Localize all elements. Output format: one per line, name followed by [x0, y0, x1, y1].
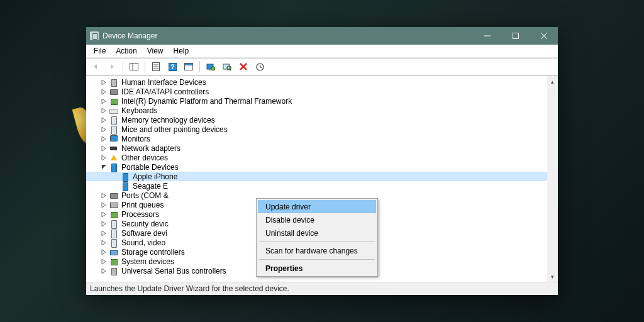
expand-icon[interactable] [100, 88, 108, 96]
device-label: Memory technology devices [121, 116, 215, 125]
titlebar[interactable]: Device Manager [86, 27, 558, 45]
device-label: Software devi [121, 229, 167, 238]
ctx-properties[interactable]: Properties [258, 262, 376, 275]
device-icon [109, 78, 119, 87]
device-label: Print queues [121, 201, 164, 209]
svg-rect-17 [223, 64, 230, 69]
device-icon [109, 210, 119, 219]
scroll-down-icon[interactable]: ▾ [547, 271, 558, 282]
device-icon [109, 257, 119, 266]
device-label: Intel(R) Dynamic Platform and Thermal Fr… [121, 97, 292, 106]
expand-icon[interactable] [100, 248, 108, 256]
minimize-button[interactable] [473, 27, 501, 45]
expand-icon[interactable] [100, 230, 108, 237]
action-button[interactable] [182, 60, 196, 74]
menu-action[interactable]: Action [111, 45, 142, 57]
device-icon [109, 229, 119, 238]
expand-icon[interactable] [111, 182, 119, 190]
scrollbar[interactable]: ▴ ▾ [547, 76, 558, 282]
device-icon [109, 248, 119, 257]
toolbar: ? [86, 58, 558, 75]
expand-icon[interactable] [100, 201, 108, 209]
device-icon [109, 135, 119, 143]
device-category[interactable]: IDE ATA/ATAPI controllers [86, 87, 558, 96]
device-label: IDE ATA/ATAPI controllers [121, 87, 209, 96]
status-bar: Launches the Update Driver Wizard for th… [86, 282, 558, 295]
ctx-separator [259, 242, 375, 242]
expand-icon[interactable] [100, 79, 108, 86]
device-category[interactable]: Intel(R) Dynamic Platform and Thermal Fr… [86, 96, 558, 106]
disable-button[interactable] [253, 60, 267, 74]
device-category[interactable]: Portable Devices [86, 162, 558, 172]
svg-text:?: ? [170, 64, 174, 70]
device-label: Storage controllers [121, 248, 185, 257]
uninstall-button[interactable] [236, 60, 250, 74]
device-icon [120, 182, 130, 191]
menu-file[interactable]: File [89, 45, 111, 57]
expand-icon[interactable] [100, 126, 108, 133]
expand-icon[interactable] [100, 107, 108, 114]
window-title: Device Manager [103, 31, 157, 40]
device-label: Sound, video [121, 238, 165, 247]
expand-icon[interactable] [100, 192, 108, 199]
expand-icon[interactable] [100, 220, 108, 228]
device-icon [109, 144, 119, 153]
device-label: Other devices [121, 153, 168, 162]
expand-icon[interactable] [111, 173, 119, 180]
device-icon [109, 201, 119, 209]
toolbar-separator [199, 61, 200, 72]
ctx-update-driver[interactable]: Update driver [258, 200, 376, 213]
device-icon [109, 87, 119, 96]
expand-icon[interactable] [100, 258, 108, 265]
help-button[interactable]: ? [165, 60, 179, 74]
menu-help[interactable]: Help [169, 45, 194, 57]
svg-rect-13 [185, 64, 193, 65]
device-icon [109, 238, 119, 247]
ctx-uninstall-device[interactable]: Uninstall device [258, 226, 376, 240]
device-category[interactable]: Other devices [86, 153, 558, 162]
ctx-scan-hardware[interactable]: Scan for hardware changes [258, 244, 376, 257]
device-label: Network adapters [121, 144, 180, 153]
device-label: Keyboards [121, 106, 157, 115]
device-icon [109, 97, 119, 106]
expand-icon[interactable] [100, 154, 108, 162]
expand-icon[interactable] [100, 97, 108, 105]
device-category[interactable]: Monitors [86, 134, 558, 143]
device-icon [109, 106, 119, 115]
device-category[interactable]: Network adapters [86, 143, 558, 153]
device-manager-window: Device Manager File Action View Help ? H… [86, 27, 558, 295]
expand-icon[interactable] [100, 267, 108, 275]
collapse-icon[interactable] [100, 164, 108, 171]
scroll-up-icon[interactable]: ▴ [547, 76, 558, 87]
show-hide-tree-button[interactable] [127, 60, 141, 74]
svg-rect-15 [209, 69, 211, 70]
device-icon [109, 267, 119, 275]
device-icon [120, 172, 130, 181]
device-category[interactable]: Human Interface Devices [86, 77, 558, 87]
expand-icon[interactable] [100, 145, 108, 152]
device-category[interactable]: Keyboards [86, 106, 558, 115]
scan-hardware-button[interactable] [220, 60, 234, 74]
device-label: System devices [121, 257, 174, 266]
device-node[interactable]: Apple iPhone [86, 172, 558, 181]
svg-rect-1 [513, 33, 518, 39]
expand-icon[interactable] [100, 239, 108, 247]
menu-view[interactable]: View [142, 45, 169, 57]
forward-button [105, 60, 119, 74]
properties-button[interactable] [149, 60, 163, 74]
device-category[interactable]: Mice and other pointing devices [86, 125, 558, 134]
expand-icon[interactable] [100, 211, 108, 218]
update-driver-button[interactable] [204, 60, 218, 74]
svg-rect-4 [130, 64, 138, 70]
device-node[interactable]: Seagate E [86, 181, 558, 191]
expand-icon[interactable] [100, 135, 108, 143]
device-label: Processors [121, 210, 159, 219]
device-icon [109, 219, 119, 228]
device-icon [109, 153, 119, 162]
ctx-disable-device[interactable]: Disable device [258, 213, 376, 226]
expand-icon[interactable] [100, 116, 108, 124]
close-button[interactable] [530, 27, 558, 45]
maximize-button[interactable] [501, 27, 530, 45]
device-label: Portable Devices [121, 163, 179, 172]
device-category[interactable]: Memory technology devices [86, 115, 558, 125]
